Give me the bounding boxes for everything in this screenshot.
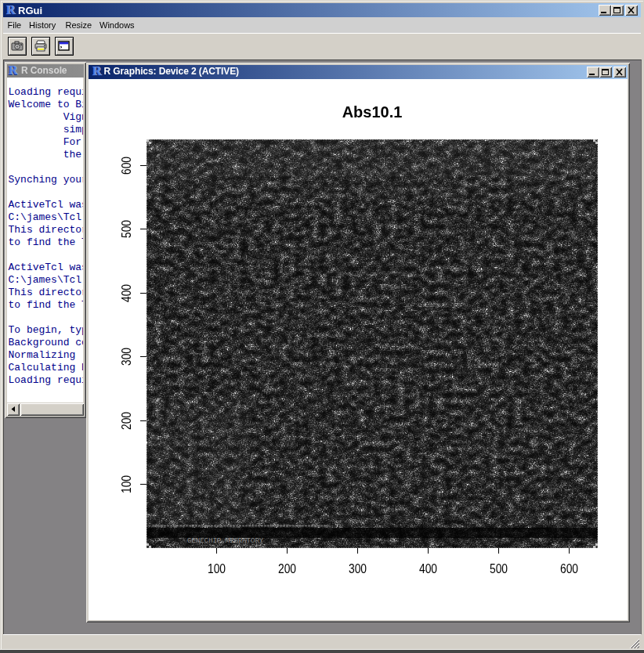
svg-text:500: 500: [119, 220, 133, 238]
svg-text:400: 400: [419, 561, 437, 575]
svg-text:600: 600: [560, 561, 578, 575]
svg-text:100: 100: [119, 475, 133, 493]
svg-text:100: 100: [208, 561, 226, 575]
svg-text:500: 500: [490, 561, 508, 575]
svg-text:200: 200: [278, 561, 296, 575]
svg-text:400: 400: [119, 284, 133, 302]
svg-text:200: 200: [119, 412, 133, 430]
svg-text:300: 300: [119, 348, 133, 366]
svg-text:300: 300: [349, 561, 367, 575]
svg-text:600: 600: [119, 157, 133, 175]
